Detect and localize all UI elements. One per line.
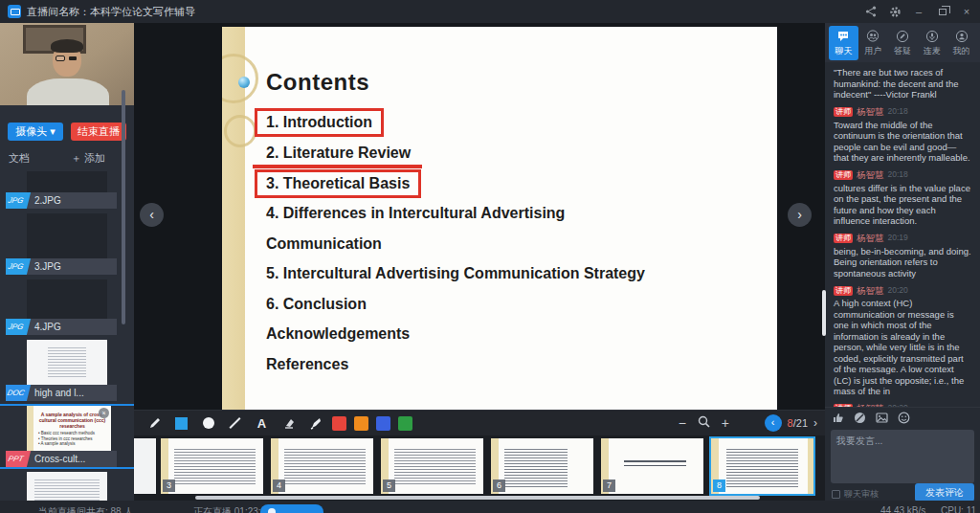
sender-name: 杨智慧 <box>857 233 884 244</box>
slide-decor-ring <box>224 115 256 147</box>
slide-thumbnail[interactable]: 3 <box>161 438 263 494</box>
slide-number-badge: 8 <box>713 480 725 492</box>
slide-number-badge: 7 <box>603 480 615 492</box>
lecturer-badge: 讲师 <box>834 286 853 296</box>
previous-page-button[interactable]: ‹ <box>765 414 782 432</box>
ppt-preview-bullets: • Basic ccc research methods • Theories … <box>38 431 109 447</box>
slide-thumbnail[interactable]: 5 <box>381 438 483 494</box>
settings-gear-icon[interactable] <box>887 4 902 19</box>
magnifier-icon[interactable] <box>698 415 710 431</box>
slide-number-badge: 4 <box>273 480 285 492</box>
sender-name: 杨智慧 <box>857 106 884 118</box>
text-tool-icon[interactable]: A <box>255 416 269 431</box>
filmstrip-scrollbar[interactable] <box>195 496 760 500</box>
tab-users[interactable]: 用户 <box>858 26 888 60</box>
annotation-toolbar: A − + ‹ 8/21 › <box>134 410 825 435</box>
file-name: Cross-cult... <box>34 454 85 464</box>
file-item[interactable]: JPG 2.JPG <box>0 171 134 209</box>
ellipse-icon[interactable] <box>201 416 215 431</box>
filetype-badge: JPG <box>6 319 31 335</box>
next-slide-button[interactable]: › <box>788 203 812 227</box>
eraser-icon[interactable] <box>281 416 296 431</box>
send-comment-button[interactable]: 发表评论 <box>915 483 974 502</box>
chat-tabs: 聊天 用户 答疑 连麦 我的 <box>825 23 980 62</box>
slide-item: Acknowledgements <box>266 319 745 349</box>
file-name: high and l... <box>34 388 84 398</box>
image-icon[interactable] <box>876 412 888 424</box>
chat-message: 讲师杨智慧20:18 Toward the middle of the cont… <box>834 106 971 164</box>
end-broadcast-button[interactable]: 结束直播 <box>71 123 126 141</box>
close-icon[interactable]: × <box>959 4 974 19</box>
live-broadcast-app: 直播间名称：本科学位论文写作辅导 – × 摄像头 ▾ 结束直播 文档 <box>0 0 980 513</box>
zoom-out-icon[interactable]: − <box>679 415 686 431</box>
filetype-badge: PPT <box>6 451 31 467</box>
camera-button[interactable]: 摄像头 ▾ <box>8 123 63 141</box>
tab-qa[interactable]: 答疑 <box>888 26 918 60</box>
filetype-badge: JPG <box>6 258 31 275</box>
file-item-selected[interactable]: A sample analysis of cross-cultural comm… <box>0 406 134 467</box>
message-input[interactable] <box>831 430 974 483</box>
sender-name: 杨智慧 <box>857 169 884 181</box>
moderation-checkbox[interactable] <box>832 490 840 499</box>
zoom-in-icon[interactable]: + <box>722 415 729 431</box>
file-thumbnail <box>27 171 107 192</box>
color-swatch-red[interactable] <box>332 416 346 431</box>
line-icon[interactable] <box>228 416 242 431</box>
sidebar-scrollbar[interactable] <box>122 90 125 324</box>
chat-scrollbar[interactable] <box>822 290 826 336</box>
network-speed: 44.43 kB/s <box>880 505 925 513</box>
file-item[interactable]: DOC high and l... <box>0 340 134 401</box>
color-swatch-blue[interactable] <box>376 416 390 431</box>
add-document-button[interactable]: ＋ 添加 <box>71 151 105 166</box>
file-item[interactable]: JPG 4.JPG <box>0 279 134 335</box>
rectangle-icon[interactable] <box>174 416 189 431</box>
pen-icon[interactable] <box>147 416 162 431</box>
file-thumbnail <box>27 213 107 258</box>
bullet-sphere-icon <box>238 77 250 88</box>
tab-mine[interactable]: 我的 <box>947 26 976 60</box>
tab-chat[interactable]: 聊天 <box>829 26 858 60</box>
slide-item: 4. Differences in Intercultural Advertis… <box>266 198 745 258</box>
slide-thumbnail-partial[interactable] <box>134 438 156 494</box>
next-page-button[interactable]: › <box>813 416 817 430</box>
color-swatch-green[interactable] <box>398 416 412 431</box>
slide-title: Contents <box>266 69 369 96</box>
chat-message-list[interactable]: "There are but two races of humankind: t… <box>825 62 980 407</box>
moderation-label: 聊天审核 <box>844 488 879 501</box>
current-slide: Contents 1. Introduction 2. Literature R… <box>222 27 777 410</box>
presenter-body <box>27 78 109 105</box>
slide-thumbnail[interactable]: 4 <box>271 438 373 494</box>
minimize-icon[interactable]: – <box>911 4 926 19</box>
slide-number-badge: 5 <box>383 480 395 492</box>
slide-thumbnail[interactable]: 7 <box>601 438 703 494</box>
close-icon[interactable]: × <box>99 408 109 418</box>
chat-message: 讲师杨智慧20:19 being, be-in-becoming, and do… <box>834 233 971 279</box>
restore-window-icon[interactable] <box>935 4 950 19</box>
emoji-icon[interactable] <box>898 412 910 424</box>
slide-number-badge: 6 <box>493 480 505 492</box>
slide-number-badge: 3 <box>163 480 175 492</box>
timestamp: 20:20 <box>888 285 908 297</box>
lecturer-badge: 讲师 <box>834 107 853 117</box>
mute-icon[interactable] <box>854 412 866 424</box>
tab-mic[interactable]: 连麦 <box>917 26 947 60</box>
like-icon[interactable] <box>832 412 844 424</box>
file-item[interactable]: DOC activity o... <box>0 472 134 501</box>
slide-thumbnail-selected[interactable]: 8 <box>711 438 813 494</box>
slide-thumbnail[interactable]: 6 <box>491 438 593 494</box>
document-list: JPG 2.JPG JPG 3.JPG JPG 4.JPG <box>0 171 134 501</box>
sender-name: 杨智慧 <box>857 285 884 297</box>
timestamp: 20:18 <box>888 169 908 181</box>
chat-message: 讲师杨智慧20:18 cultures differ is in the val… <box>834 169 971 227</box>
file-name: 4.JPG <box>34 322 61 332</box>
title-bar: 直播间名称：本科学位论文写作辅导 – × <box>0 0 980 23</box>
previous-slide-button[interactable]: ‹ <box>140 203 164 227</box>
file-item[interactable]: JPG 3.JPG <box>0 213 134 275</box>
presenter-hair <box>51 39 83 53</box>
timestamp: 20:18 <box>888 106 908 118</box>
marker-icon[interactable] <box>308 416 323 431</box>
share-icon[interactable] <box>863 4 879 19</box>
webcam-video <box>0 23 134 105</box>
color-swatch-orange[interactable] <box>354 416 368 431</box>
status-pill-button[interactable] <box>260 504 323 513</box>
